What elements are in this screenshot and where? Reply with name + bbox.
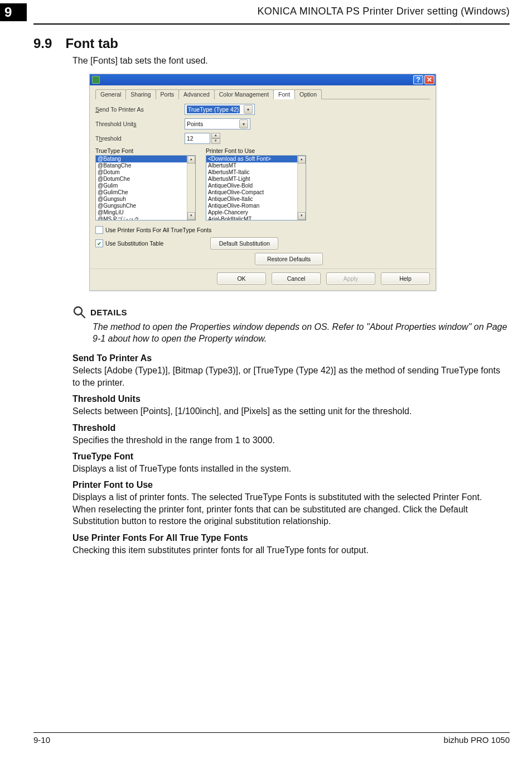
use-substitution-table-checkbox[interactable]: ✔ — [95, 239, 103, 247]
threshold-value: 12 — [187, 135, 194, 142]
magnifier-icon — [72, 305, 86, 319]
scroll-down-icon: ▾ — [298, 212, 306, 220]
details-text: The method to open the Properties window… — [93, 321, 507, 344]
list-item[interactable]: @GungsuhChe — [96, 203, 195, 209]
list-item[interactable]: AlbertusMT — [206, 162, 306, 169]
footer-product: bizhub PRO 1050 — [444, 735, 510, 745]
printer-font-label: Printer Font to Use — [206, 147, 306, 154]
list-item[interactable]: Apple-Chancery — [206, 209, 306, 216]
subsection-paragraph: Displays a list of printer fonts. The se… — [72, 491, 507, 527]
help-button[interactable]: ? — [413, 75, 423, 84]
list-item[interactable]: AntiqueOlive-Roman — [206, 203, 306, 209]
send-to-printer-label-text: end To Printer As — [99, 106, 144, 113]
subsection-heading: TrueType Font — [72, 452, 510, 462]
list-item[interactable]: @Gulim — [96, 183, 195, 189]
details-heading: DETAILS — [90, 308, 127, 317]
tab-general[interactable]: General — [95, 89, 126, 99]
list-item[interactable]: AntiqueOlive-Bold — [206, 183, 306, 189]
list-item[interactable]: @MingLiU — [96, 209, 195, 216]
subsection-paragraph: Checking this item substitutes printer f… — [72, 544, 507, 556]
chevron-down-icon: ▾ — [239, 119, 248, 128]
scrollbar[interactable]: ▴ ▾ — [297, 156, 306, 220]
list-item[interactable]: Arial-BoldItalicMT — [206, 216, 306, 220]
send-to-printer-label: Send To Printer As — [95, 106, 185, 113]
chapter-badge: 9 — [0, 3, 27, 21]
list-item[interactable]: AlbertusMT-Italic — [206, 169, 306, 176]
section-number: 9.9 — [33, 36, 52, 51]
printer-font-listbox[interactable]: <Download as Soft Font>AlbertusMTAlbertu… — [206, 155, 306, 220]
truetype-font-label: TrueType Font — [95, 147, 196, 154]
subsection-paragraph: Selects [Adobe (Type1)], [Bitmap (Type3)… — [72, 364, 507, 388]
list-item[interactable]: @DotumChe — [96, 176, 195, 183]
threshold-spinner[interactable]: ▴ ▾ — [211, 133, 220, 144]
threshold-units-label: Threshold Units — [95, 121, 185, 127]
use-substitution-table-label: Use Substitution Table — [105, 240, 163, 247]
printer-icon — [92, 76, 100, 84]
section-title: Font tab — [65, 36, 118, 51]
properties-dialog: ? ✕ GeneralSharingPortsAdvancedColor Man… — [89, 74, 436, 291]
dialog-footer: OK Cancel Apply Help — [90, 268, 436, 290]
default-substitution-button[interactable]: Default Substitution — [210, 237, 278, 250]
list-item[interactable]: <Download as Soft Font> — [206, 156, 306, 162]
scroll-up-icon: ▴ — [187, 156, 195, 164]
tab-option[interactable]: Option — [294, 89, 322, 99]
threshold-input[interactable]: 12 — [185, 133, 210, 144]
send-to-printer-combo[interactable]: TrueType (Type 42) ▾ — [185, 104, 255, 115]
list-item[interactable]: @BatangChe — [96, 162, 195, 169]
list-item[interactable]: AntiqueOlive-Compact — [206, 189, 306, 196]
scroll-down-icon: ▾ — [187, 212, 195, 220]
threshold-units-value: Points — [187, 121, 203, 127]
restore-defaults-button[interactable]: Restore Defaults — [255, 253, 323, 265]
tab-font[interactable]: Font — [273, 89, 295, 99]
scroll-up-icon: ▴ — [298, 156, 306, 164]
help-button[interactable]: Help — [381, 272, 430, 285]
list-item[interactable]: @Dotum — [96, 169, 195, 176]
running-header-title: KONICA MINOLTA PS Printer Driver setting… — [258, 6, 510, 17]
spin-up-icon: ▴ — [211, 133, 220, 138]
tab-ports[interactable]: Ports — [156, 89, 180, 99]
tab-sharing[interactable]: Sharing — [125, 89, 156, 99]
list-item[interactable]: @Gungsuh — [96, 196, 195, 203]
dialog-titlebar: ? ✕ — [90, 74, 436, 85]
header-rule — [33, 23, 510, 25]
threshold-units-combo[interactable]: Points ▾ — [185, 118, 250, 129]
tab-color-management[interactable]: Color Management — [214, 89, 274, 99]
subsection-heading: Threshold — [72, 423, 510, 433]
scrollbar[interactable]: ▴ ▾ — [187, 156, 195, 220]
section-lead: The [Fonts] tab sets the font used. — [72, 56, 510, 66]
subsection-paragraph: Displays a list of TrueType fonts instal… — [72, 463, 507, 474]
subsection-paragraph: Selects between [Points], [1/100inch], a… — [72, 405, 507, 417]
send-to-printer-value: TrueType (Type 42) — [187, 105, 240, 113]
subsection-paragraph: Specifies the threshold in the range fro… — [72, 434, 507, 446]
list-item[interactable]: @Batang — [96, 156, 195, 162]
spin-down-icon: ▾ — [211, 138, 220, 144]
list-item[interactable]: @MS Pゴシック — [96, 216, 195, 220]
tab-advanced[interactable]: Advanced — [178, 89, 215, 99]
list-item[interactable]: AntiqueOlive-Italic — [206, 196, 306, 203]
truetype-font-listbox[interactable]: @Batang@BatangChe@Dotum@DotumChe@Gulim@G… — [95, 155, 196, 220]
footer-page-number: 9-10 — [33, 735, 50, 745]
subsection-heading: Use Printer Fonts For All True Type Font… — [72, 533, 510, 543]
subsection-heading: Send To Printer As — [72, 353, 510, 363]
subsection-heading: Printer Font to Use — [72, 480, 510, 490]
close-button[interactable]: ✕ — [424, 75, 434, 84]
chevron-down-icon: ▾ — [244, 105, 253, 114]
page-footer: 9-10 bizhub PRO 1050 — [33, 732, 510, 745]
list-item[interactable]: @GulimChe — [96, 189, 195, 196]
subsection-heading: Threshold Units — [72, 394, 510, 404]
use-printer-fonts-all-checkbox[interactable] — [95, 226, 103, 234]
use-printer-fonts-all-label: Use Printer Fonts For All TrueType Fonts — [105, 227, 211, 233]
list-item[interactable]: AlbertusMT-Light — [206, 176, 306, 183]
threshold-label: Threshold — [95, 135, 185, 142]
apply-button[interactable]: Apply — [326, 272, 375, 285]
cancel-button[interactable]: Cancel — [272, 272, 321, 285]
svg-line-1 — [81, 314, 85, 318]
ok-button[interactable]: OK — [217, 272, 266, 285]
